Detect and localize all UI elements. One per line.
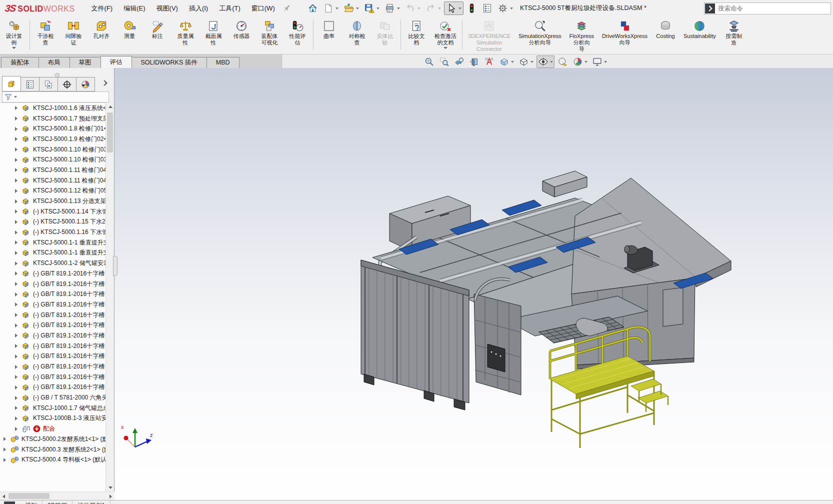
measure-button[interactable]: 测量 (116, 18, 144, 41)
dropdown-arrow-icon[interactable] (336, 8, 338, 10)
tree-item[interactable]: 配合 (0, 424, 106, 434)
mass-properties-button[interactable]: 质量属 性 (172, 18, 200, 48)
expand-arrow-icon[interactable] (15, 313, 18, 317)
dropdown-arrow-icon[interactable] (584, 61, 588, 63)
expand-arrow-icon[interactable] (15, 427, 18, 431)
tree-item[interactable]: KTSCJ-5000.1.10 检修门03 (0, 144, 106, 155)
dropdown-arrow-icon[interactable] (444, 47, 448, 49)
3dexperience-simulation-connector-button[interactable]: 3DEXPERIENCE Simulation Connector (464, 18, 514, 54)
dropdown-arrow-icon[interactable] (510, 8, 513, 10)
tree-item[interactable]: KTSCJ-5000.1-2 储气罐安装 (0, 258, 106, 268)
tree-item[interactable]: KTSCJ-5000.1.11 检修门04 (0, 165, 106, 176)
dropdown-arrow-icon[interactable] (550, 61, 553, 63)
solid-compare-button[interactable]: 实体比 较 (371, 18, 399, 48)
interference-check-button[interactable]: 干涉检 查 (32, 18, 60, 48)
graphics-area[interactable]: x z (0, 68, 833, 500)
costing-button[interactable]: Costing (652, 18, 680, 41)
tree-item[interactable]: KTSCJ-5000.1.12 检修门05 (0, 186, 106, 196)
expand-arrow-icon[interactable] (15, 272, 18, 276)
motion-tab[interactable]: 模型 (20, 500, 42, 504)
dropdown-arrow-icon[interactable] (356, 8, 359, 10)
dropdown-arrow-icon[interactable] (376, 8, 380, 10)
dropdown-arrow-icon[interactable] (530, 61, 534, 63)
tree-item[interactable]: (-) GB/T 819.1-2016十字槽 (0, 320, 106, 330)
command-tab[interactable]: 草图 (70, 57, 101, 68)
tree-item[interactable]: KTSCJ-5000.1-1 垂直提升支 (0, 238, 106, 248)
tree-item[interactable]: KTSCJ-5000.2发酵系统1<1> (默 (0, 434, 106, 444)
sustainability-button[interactable]: Sustainability (680, 18, 720, 41)
tree-item[interactable]: KTSCJ-5000.1.7 预处理支架 (0, 114, 106, 124)
ribbon-button[interactable] (30, 19, 30, 50)
zoom-to-area-button[interactable] (438, 56, 451, 68)
expand-arrow-icon[interactable] (15, 365, 18, 369)
menu-item[interactable]: 视图(V) (151, 0, 184, 16)
search-input[interactable] (717, 4, 830, 12)
tree-item[interactable]: KTSCJ-5000.4 导料板<1> (默认 (0, 454, 106, 465)
tree-item[interactable]: (-) GB/T 819.1-2016十字槽 (0, 310, 106, 320)
dropdown-arrow-icon[interactable] (12, 47, 16, 49)
tree-item[interactable]: KTSCJ-5000.1-1 垂直提升支 (0, 248, 106, 258)
expand-arrow-icon[interactable] (15, 302, 18, 306)
scroll-up-button[interactable] (106, 102, 114, 110)
rebuild-indicator-button[interactable] (464, 2, 479, 15)
dropdown-arrow-icon[interactable] (418, 8, 420, 10)
tree-item[interactable]: (-) GB/T 819.1-2016十字槽 (0, 330, 106, 341)
dropdown-arrow-icon[interactable] (604, 61, 607, 63)
expand-arrow-icon[interactable] (15, 137, 18, 141)
tree-item[interactable]: KTSCJ-5000.1.13 分选支架2 (0, 196, 106, 206)
tree-item[interactable]: (-) GB/T 819.1-2016十字槽 (0, 352, 106, 362)
tree-item[interactable]: (-) GB/T 819.1-2016十字槽 (0, 382, 106, 393)
panel-splitter-grip[interactable] (0, 73, 114, 75)
panel-tabs-expand-button[interactable] (99, 76, 110, 90)
expand-arrow-icon[interactable] (15, 406, 18, 410)
floxpress-wizard-button[interactable]: FloXpress 分析向 导 (566, 18, 598, 54)
section-view-button[interactable] (468, 56, 481, 68)
tree-item[interactable]: KTSCJ-5000.1.11 检修门04 (0, 176, 106, 186)
display-style-button[interactable] (517, 56, 535, 68)
tree-item[interactable]: (-) GB/T 819.1-2016十字槽 (0, 362, 106, 372)
view-orientation-button[interactable] (498, 56, 516, 68)
command-tab[interactable]: 装配体 (1, 57, 39, 68)
command-tab[interactable]: 布局 (38, 57, 70, 68)
expand-arrow-icon[interactable] (15, 251, 18, 255)
scrollbar-thumb[interactable] (8, 493, 50, 499)
hide-show-annotations-button[interactable] (482, 56, 496, 68)
tree-item[interactable]: KTSCJ-5000.1.10 检修门03 (0, 154, 106, 165)
expand-arrow-icon[interactable] (15, 416, 18, 420)
open-button[interactable] (342, 2, 361, 15)
options-list-button[interactable] (480, 2, 494, 15)
expand-arrow-icon[interactable] (4, 437, 6, 441)
expand-arrow-icon[interactable] (15, 282, 18, 286)
markup-button[interactable]: 标注 (144, 18, 172, 41)
previous-view-button[interactable] (452, 56, 466, 68)
propertymanager-tab[interactable] (20, 77, 40, 92)
tree-horizontal-scrollbar[interactable] (0, 492, 114, 500)
driveworksxpress-wizard-button[interactable]: DriveWorksXpress 向导 (598, 18, 652, 48)
view-settings-button[interactable] (590, 56, 608, 68)
tree-item[interactable]: (-) GB/T 819.1-2016十字槽 (0, 279, 106, 290)
menu-item[interactable]: 文件(F) (86, 0, 118, 16)
expand-arrow-icon[interactable] (15, 292, 18, 296)
tree-item[interactable]: KTSCJ-5000.3 发酵系统2<1> (默 (0, 444, 106, 455)
tree-item[interactable]: (-) GB / T 5781-2000 六角头 (0, 392, 106, 403)
tree-item[interactable]: (-) KTSCJ-5000.1.15 下水2管 (0, 217, 106, 228)
expand-arrow-icon[interactable] (15, 230, 18, 234)
expand-arrow-icon[interactable] (15, 262, 18, 266)
manufacture-on-demand-button[interactable]: 按需制 造 (720, 18, 748, 48)
menu-item[interactable]: 编辑(E) (118, 0, 150, 16)
tree-vertical-scrollbar[interactable] (106, 102, 114, 492)
print-button[interactable] (382, 2, 402, 15)
dropdown-arrow-icon[interactable] (458, 8, 462, 10)
expand-arrow-icon[interactable] (15, 240, 18, 244)
expand-arrow-icon[interactable] (15, 178, 18, 182)
undo-button[interactable] (403, 2, 422, 15)
tree-item[interactable]: KTSCJ-5000.1.8 检修门01<1 (0, 124, 106, 134)
expand-arrow-icon[interactable] (15, 396, 18, 400)
motion-tab[interactable]: 3D视图 (42, 500, 72, 504)
home-button[interactable] (306, 2, 320, 15)
command-tab[interactable]: MBD (206, 57, 240, 68)
dropdown-arrow-icon[interactable] (397, 8, 400, 10)
scroll-down-button[interactable] (106, 484, 114, 492)
expand-arrow-icon[interactable] (15, 189, 18, 193)
tree-filter-bar[interactable] (2, 92, 109, 102)
